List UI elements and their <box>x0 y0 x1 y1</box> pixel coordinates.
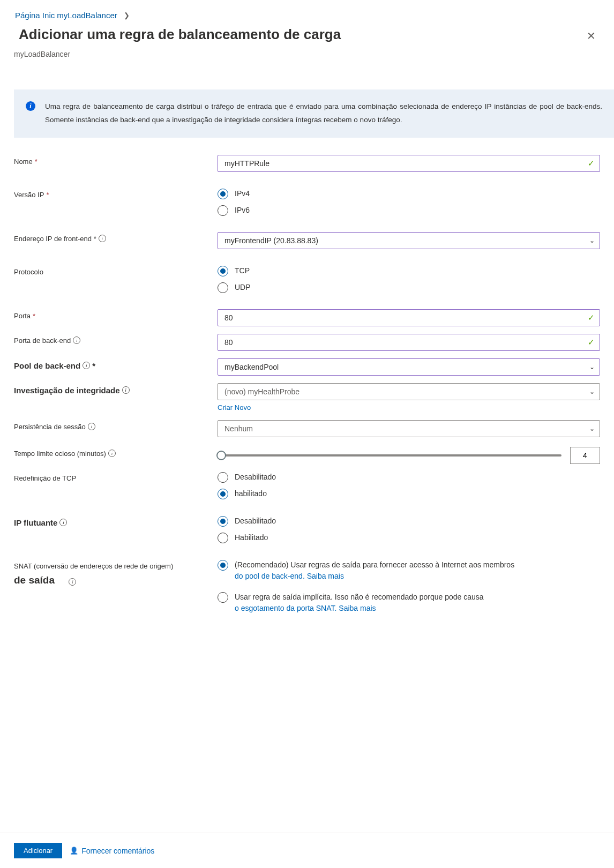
row-tcp-reset: Redefinição de TCP Desabilitado habilita… <box>14 472 614 499</box>
info-tooltip-icon[interactable]: i <box>88 423 95 430</box>
slider-thumb-icon[interactable] <box>216 451 226 460</box>
radio-icon <box>218 592 228 603</box>
checkmark-icon: ✓ <box>588 313 595 323</box>
row-backend-port: Porta de back-end i ✓ <box>14 334 614 351</box>
breadcrumb: Página InicmyLoadBalancer ❯ <box>0 0 614 24</box>
label-port: Porta* <box>14 309 218 320</box>
info-tooltip-icon[interactable]: i <box>59 519 67 526</box>
label-health-probe: Investigação de integridade i <box>14 383 218 395</box>
footer: Adicionar 👤 Fornecer comentários <box>0 833 614 868</box>
required-icon: * <box>35 158 38 166</box>
page-subtitle: myLoadBalancer <box>0 50 614 58</box>
chevron-right-icon: ❯ <box>124 11 130 19</box>
info-tooltip-icon[interactable]: i <box>83 362 90 369</box>
idle-slider[interactable] <box>218 454 561 457</box>
label-floating: IP flutuante i <box>14 515 218 527</box>
checkmark-icon: ✓ <box>588 338 595 347</box>
radio-label: Usar regra de saída implícita. Isso não … <box>235 592 484 614</box>
checkmark-icon: ✓ <box>588 159 595 168</box>
info-tooltip-icon[interactable]: i <box>108 450 116 457</box>
radio-snat-recommended[interactable]: (Recomendado) Usar regras de saída para … <box>218 559 600 582</box>
breadcrumb-home[interactable]: Página Inic <box>15 11 55 20</box>
row-name: Nome * ✓ <box>14 155 614 172</box>
add-button[interactable]: Adicionar <box>14 843 62 858</box>
label-frontend: Endereço IP de front-end * i <box>14 232 218 243</box>
page-title: Adicionar uma regra de balanceamento de … <box>19 26 341 43</box>
label-snat: SNAT (conversão de endereços de rede de … <box>14 559 218 586</box>
create-new-link[interactable]: Criar Novo <box>218 403 251 411</box>
feedback-icon: 👤 <box>70 847 78 855</box>
radio-icon <box>218 472 228 483</box>
radio-icon <box>218 489 228 499</box>
row-backend-pool: Pool de back-end i* myBackendPool ⌄ <box>14 358 614 376</box>
radio-icon <box>218 205 228 216</box>
radio-floating-disabled[interactable]: Desabilitado <box>218 515 600 527</box>
form-content: i Uma regra de balanceamento de carga di… <box>0 58 614 675</box>
info-tooltip-icon[interactable]: i <box>99 235 106 242</box>
port-input[interactable] <box>218 309 600 326</box>
close-icon[interactable]: ✕ <box>583 26 599 46</box>
row-protocol: Protocolo TCP UDP <box>14 265 614 293</box>
radio-floating-enabled[interactable]: Habilitado <box>218 532 600 543</box>
label-idle: Tempo limite ocioso (minutos) i <box>14 447 218 458</box>
backend-port-input[interactable] <box>218 334 600 351</box>
row-floating: IP flutuante i Desabilitado Habilitado <box>14 515 614 543</box>
info-tooltip-icon[interactable]: i <box>73 336 80 344</box>
backend-pool-select[interactable]: myBackendPool <box>218 358 600 376</box>
info-icon: i <box>26 101 35 111</box>
row-ipversion: Versão IP * IPv4 IPv6 <box>14 188 614 216</box>
radio-tcp[interactable]: TCP <box>218 265 600 276</box>
info-text: Uma regra de balanceamento de carga dist… <box>45 100 602 127</box>
info-banner: i Uma regra de balanceamento de carga di… <box>14 89 614 138</box>
snat-link-1[interactable]: do pool de back-end. Saiba mais <box>235 572 344 580</box>
radio-label: (Recomendado) Usar regras de saída para … <box>235 559 514 582</box>
label-name: Nome * <box>14 155 218 166</box>
required-icon: * <box>33 312 35 320</box>
radio-label: IPv4 <box>235 188 250 199</box>
idle-value-input[interactable] <box>570 447 600 464</box>
feedback-link[interactable]: 👤 Fornecer comentários <box>70 847 154 855</box>
info-tooltip-icon[interactable]: i <box>122 386 130 394</box>
radio-tcp-enabled[interactable]: habilitado <box>218 488 600 499</box>
radio-icon <box>218 282 228 293</box>
radio-label: Desabilitado <box>235 515 276 527</box>
radio-label: Habilitado <box>235 532 268 543</box>
radio-icon <box>218 560 228 571</box>
radio-ipv6[interactable]: IPv6 <box>218 205 600 216</box>
radio-label: habilitado <box>235 488 267 499</box>
radio-label: Desabilitado <box>235 472 276 483</box>
row-health-probe: Investigação de integridade i (novo) myH… <box>14 383 614 411</box>
breadcrumb-resource[interactable]: myLoadBalancer <box>57 11 117 20</box>
frontend-select[interactable]: myFrontendIP (20.83.88.83) <box>218 232 600 249</box>
radio-label: TCP <box>235 265 250 276</box>
row-port: Porta* ✓ <box>14 309 614 326</box>
session-select[interactable]: Nenhum <box>218 420 600 437</box>
label-session: Persistência de sessão i <box>14 420 218 431</box>
health-probe-select[interactable]: (novo) myHealthProbe <box>218 383 600 400</box>
radio-label: IPv6 <box>235 205 250 216</box>
label-tcp-reset: Redefinição de TCP <box>14 472 218 482</box>
radio-icon <box>218 266 228 276</box>
radio-icon <box>218 189 228 199</box>
panel-header: Adicionar uma regra de balanceamento de … <box>0 24 614 50</box>
radio-icon <box>218 516 228 527</box>
radio-label: UDP <box>235 282 251 293</box>
snat-link-2[interactable]: o esgotamento da porta SNAT. Saiba mais <box>235 604 376 612</box>
row-snat: SNAT (conversão de endereços de rede de … <box>14 559 614 614</box>
label-backend-pool: Pool de back-end i* <box>14 358 218 370</box>
radio-ipv4[interactable]: IPv4 <box>218 188 600 199</box>
name-input[interactable] <box>218 155 600 172</box>
label-protocol: Protocolo <box>14 265 218 276</box>
label-ipversion: Versão IP * <box>14 188 218 199</box>
label-backend-port: Porta de back-end i <box>14 334 218 345</box>
row-session: Persistência de sessão i Nenhum ⌄ <box>14 420 614 437</box>
row-idle: Tempo limite ocioso (minutos) i <box>14 447 614 464</box>
radio-udp[interactable]: UDP <box>218 282 600 293</box>
info-tooltip-icon[interactable]: i <box>69 578 76 586</box>
radio-snat-implicit[interactable]: Usar regra de saída implícita. Isso não … <box>218 592 600 614</box>
row-frontend: Endereço IP de front-end * i myFrontendI… <box>14 232 614 249</box>
radio-tcp-disabled[interactable]: Desabilitado <box>218 472 600 483</box>
radio-icon <box>218 533 228 543</box>
required-icon: * <box>46 191 49 199</box>
